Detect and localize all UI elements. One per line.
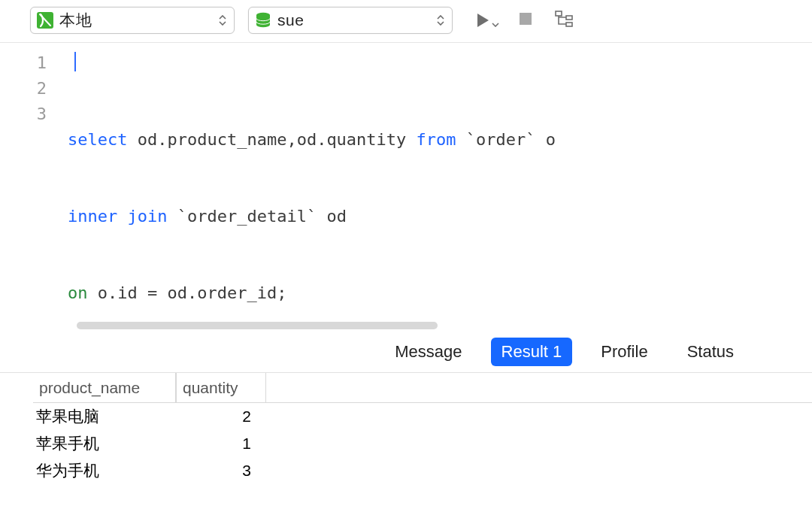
horizontal-scrollbar[interactable] — [68, 320, 797, 331]
run-button[interactable] — [466, 8, 499, 33]
column-header-product_name[interactable]: product_name — [33, 373, 176, 402]
database-label: sue — [277, 11, 434, 29]
toolbar: 本地 sue — [0, 0, 812, 42]
tree-icon — [554, 10, 575, 31]
code-line: on o.id = od.order_id; — [68, 280, 812, 306]
text-cursor — [74, 52, 76, 71]
svg-rect-3 — [556, 11, 562, 16]
svg-rect-4 — [566, 16, 572, 20]
explain-button[interactable] — [552, 8, 577, 33]
database-icon — [253, 11, 273, 30]
line-gutter: 1 2 3 — [0, 43, 68, 320]
line-number: 1 — [0, 50, 47, 76]
svg-rect-5 — [566, 23, 572, 26]
code-line: select od.product_name,od.quantity from … — [68, 127, 812, 153]
grid-header: product_name quantity — [33, 373, 812, 403]
database-dropdown[interactable]: sue — [248, 7, 453, 34]
table-row[interactable]: 苹果手机 1 — [33, 430, 812, 457]
cell-quantity: 3 — [176, 462, 259, 480]
updown-caret-icon — [216, 15, 229, 26]
stop-button[interactable] — [513, 8, 538, 33]
cell-quantity: 1 — [176, 435, 259, 453]
chevron-down-icon — [492, 17, 499, 30]
column-header-quantity[interactable]: quantity — [176, 373, 266, 402]
cell-product_name: 华为手机 — [33, 460, 176, 481]
scrollbar-thumb[interactable] — [77, 322, 438, 329]
connection-dropdown[interactable]: 本地 — [30, 7, 235, 34]
sql-editor[interactable]: 1 2 3 select od.product_name,od.quantity… — [0, 42, 812, 320]
cell-product_name: 苹果手机 — [33, 433, 176, 454]
line-number: 3 — [0, 102, 47, 127]
table-row[interactable]: 苹果电脑 2 — [33, 403, 812, 430]
code-area[interactable]: select od.product_name,od.quantity from … — [68, 43, 812, 320]
connection-label: 本地 — [59, 10, 216, 31]
play-icon — [474, 12, 491, 29]
grid-body: 苹果电脑 2 苹果手机 1 华为手机 3 — [33, 403, 812, 484]
connection-icon — [35, 11, 55, 30]
table-row[interactable]: 华为手机 3 — [33, 457, 812, 484]
cell-quantity: 2 — [176, 408, 259, 426]
cell-product_name: 苹果电脑 — [33, 406, 176, 427]
line-number: 2 — [0, 76, 47, 102]
svg-rect-2 — [520, 13, 532, 25]
updown-caret-icon — [434, 15, 447, 26]
code-line: inner join `order_detail` od — [68, 204, 812, 229]
stop-icon — [518, 11, 533, 29]
result-grid: product_name quantity 苹果电脑 2 苹果手机 1 华为手机… — [33, 373, 812, 484]
